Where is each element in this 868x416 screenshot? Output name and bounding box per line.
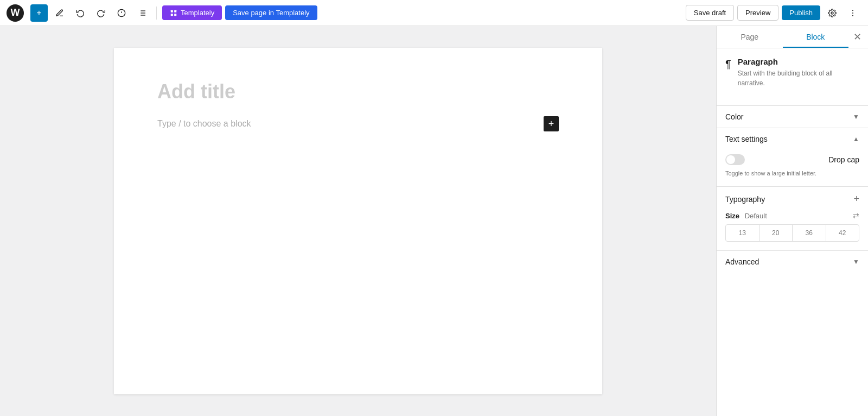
- block-description: Start with the building block of all nar…: [738, 68, 859, 88]
- block-text-info: Paragraph Start with the building block …: [738, 57, 859, 88]
- block-info: ¶ Paragraph Start with the building bloc…: [725, 57, 859, 88]
- tab-page[interactable]: Page: [717, 26, 783, 48]
- block-area: Type / to choose a block +: [157, 116, 559, 131]
- block-panel-header: ¶ Paragraph Start with the building bloc…: [717, 48, 868, 105]
- preview-button[interactable]: Preview: [737, 5, 778, 21]
- info-button[interactable]: [113, 4, 130, 22]
- sidebar: Page Block ✕ ¶ Paragraph Start with the …: [716, 26, 868, 416]
- drop-cap-row: Drop cap: [725, 154, 859, 165]
- size-controls-icon[interactable]: ⇄: [853, 211, 859, 220]
- pen-tool-button[interactable]: [51, 4, 68, 22]
- font-size-42-button[interactable]: 42: [826, 225, 859, 241]
- font-size-selector: 13 20 36 42: [725, 224, 859, 242]
- svg-point-15: [852, 12, 853, 14]
- font-size-13-button[interactable]: 13: [726, 225, 760, 241]
- add-block-button[interactable]: +: [30, 4, 48, 22]
- color-section: Color ▼: [717, 105, 868, 128]
- svg-point-14: [852, 10, 853, 11]
- paragraph-icon: ¶: [725, 58, 731, 71]
- typography-section-header[interactable]: Typography +: [717, 186, 868, 211]
- page-title-placeholder[interactable]: Add title: [157, 80, 559, 103]
- svg-rect-11: [171, 14, 173, 16]
- svg-rect-9: [171, 10, 173, 12]
- main-layout: Add title Type / to choose a block + Pag…: [0, 26, 868, 416]
- size-label: Size Default: [725, 212, 767, 220]
- advanced-section-header[interactable]: Advanced ▼: [717, 251, 868, 273]
- svg-rect-12: [174, 14, 176, 16]
- save-draft-button[interactable]: Save draft: [686, 5, 734, 21]
- editor-canvas: Add title Type / to choose a block +: [114, 48, 602, 394]
- tab-block[interactable]: Block: [783, 26, 849, 48]
- text-settings-header[interactable]: Text settings ▲: [717, 128, 868, 150]
- more-options-button[interactable]: [844, 4, 861, 22]
- add-block-inline-button[interactable]: +: [544, 116, 559, 131]
- publish-button[interactable]: Publish: [782, 5, 820, 20]
- block-placeholder[interactable]: Type / to choose a block: [157, 119, 538, 129]
- settings-button[interactable]: [824, 4, 841, 22]
- text-settings-chevron-icon: ▲: [853, 135, 859, 143]
- typography-add-icon[interactable]: +: [853, 193, 859, 205]
- font-size-20-button[interactable]: 20: [760, 225, 793, 241]
- font-size-36-button[interactable]: 36: [793, 225, 826, 241]
- svg-point-13: [831, 12, 833, 14]
- drop-cap-hint: Toggle to show a large initial letter.: [725, 169, 859, 178]
- wp-logo: W: [7, 4, 24, 22]
- advanced-chevron-icon: ▼: [853, 258, 859, 266]
- sidebar-close-button[interactable]: ✕: [848, 28, 866, 46]
- advanced-section: Advanced ▼: [717, 250, 868, 273]
- size-row: Size Default ⇄: [717, 211, 868, 224]
- editor-area: Add title Type / to choose a block +: [0, 26, 716, 416]
- drop-cap-label: Drop cap: [828, 155, 859, 164]
- sidebar-tabs: Page Block ✕: [717, 26, 868, 48]
- svg-point-16: [852, 15, 853, 16]
- undo-button[interactable]: [72, 4, 89, 22]
- color-section-header[interactable]: Color ▼: [717, 106, 868, 128]
- list-view-button[interactable]: [133, 4, 151, 22]
- drop-cap-toggle[interactable]: [725, 154, 745, 165]
- text-settings-section: Text settings ▲ Drop cap Toggle to show …: [717, 128, 868, 186]
- toolbar: W + Templately Save page in Templately: [0, 0, 868, 26]
- color-chevron-icon: ▼: [853, 113, 859, 121]
- toolbar-separator: [156, 7, 157, 20]
- text-settings-body: Drop cap Toggle to show a large initial …: [717, 150, 868, 186]
- templately-button[interactable]: Templately: [162, 5, 222, 20]
- block-title: Paragraph: [738, 57, 859, 66]
- redo-button[interactable]: [92, 4, 110, 22]
- save-page-templately-button[interactable]: Save page in Templately: [225, 5, 317, 20]
- templately-label: Templately: [181, 9, 214, 17]
- svg-rect-10: [174, 10, 176, 12]
